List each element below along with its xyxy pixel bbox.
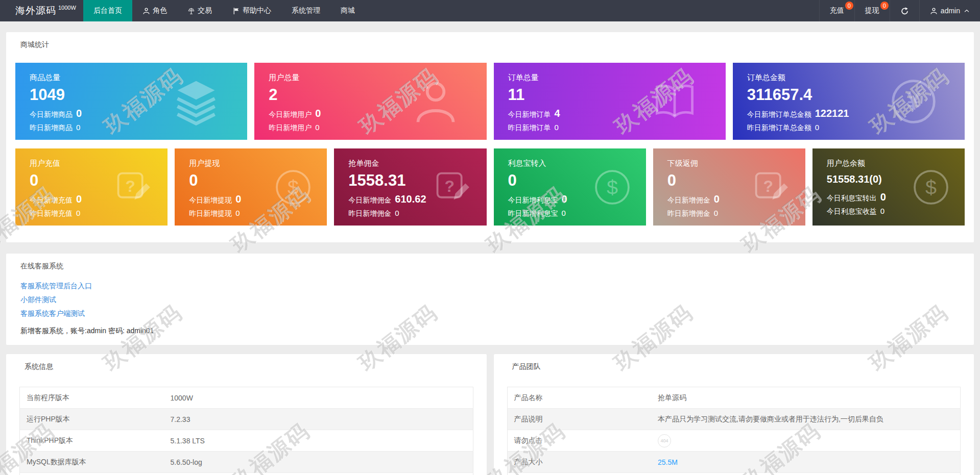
- table-row: 数据库mysql: [507, 473, 961, 475]
- row-label: 服务器操作系统: [20, 473, 164, 475]
- nav-item-mall[interactable]: 商城: [330, 0, 365, 21]
- bottom-panels: 系统信息 当前程序版本1000W 运行PHP版本7.2.33 ThinkPHP版…: [6, 354, 974, 475]
- stat-card-order-commission: 抢单佣金 1558.31 今日新增佣金610.62 昨日新增佣金0 ?: [334, 148, 486, 226]
- nav-item-label: 角色: [153, 6, 167, 15]
- navbar-right: 充值 0 提现 0 admin: [819, 0, 980, 21]
- recharge-button[interactable]: 充值 0: [819, 0, 854, 21]
- withdraw-label: 提现: [865, 6, 879, 15]
- user-icon: [411, 77, 460, 126]
- dollar-circle-icon: $: [593, 168, 632, 207]
- stat-card-products-total: 商品总量 1049 今日新增商品0 昨日新增商品0: [15, 63, 247, 140]
- system-info-table: 当前程序版本1000W 运行PHP版本7.2.33 ThinkPHP版本5.1.…: [19, 387, 473, 475]
- row-label: 运行PHP版本: [20, 409, 164, 430]
- stat-card-title: 利息宝转入: [508, 159, 646, 168]
- stat-card-orders-amount: 订单总金额 311657.4 今日新增订单总金额122121 昨日新增订单总金额…: [733, 63, 965, 140]
- service-admin-entry-link[interactable]: 客服系统管理后台入口: [20, 279, 92, 293]
- stats-row-1: 商品总量 1049 今日新增商品0 昨日新增商品0 用户总量 2 今日新增用户0…: [15, 63, 965, 140]
- table-row: 产品名称抢单源码: [507, 387, 961, 409]
- nav-item-trade[interactable]: 交易: [177, 0, 222, 21]
- stat-today-value: 0: [315, 108, 321, 119]
- dollar-circle-icon: $: [912, 168, 950, 207]
- stat-card-users-total: 用户总量 2 今日新增用户0 昨日新增用户0: [254, 63, 486, 140]
- row-value: 7.2.33: [164, 409, 473, 430]
- stat-today-value: 4: [555, 108, 560, 119]
- username: admin: [941, 7, 960, 15]
- stat-yesterday-label: 昨日新增提现: [189, 209, 232, 217]
- stat-yesterday-label: 昨日新增充值: [30, 209, 73, 217]
- stat-card-interest-transfer-in: 利息宝转入 0 今日新增利息宝0 昨日新增利息宝0 $: [494, 148, 646, 226]
- online-service-title: 在线客服系统: [20, 262, 960, 271]
- stat-yesterday-value: 0: [815, 123, 819, 132]
- widget-test-link[interactable]: 小部件测试: [20, 293, 56, 307]
- refresh-button[interactable]: [890, 0, 919, 21]
- table-row: ThinkPHP版本5.1.38 LTS: [20, 430, 473, 452]
- row-value: Linux: [164, 473, 473, 475]
- do-not-click-badge[interactable]: 404: [658, 434, 671, 447]
- stat-yesterday-value: 0: [315, 123, 319, 132]
- product-team-table: 产品名称抢单源码 产品说明本产品只为学习测试交流,请勿要做商业或者用于违法行为,…: [507, 387, 961, 475]
- withdraw-button[interactable]: 提现 0: [854, 0, 890, 21]
- product-size-link[interactable]: 25.5M: [658, 458, 678, 466]
- row-value: 5.1.38 LTS: [164, 430, 473, 452]
- app-logo-version: 1000W: [58, 5, 76, 11]
- stat-yesterday-label: 昨日新增佣金: [348, 209, 391, 217]
- table-row: 产品大小25.5M: [507, 452, 961, 473]
- stat-today-value: 0: [714, 193, 720, 205]
- table-row: 服务器操作系统Linux: [20, 473, 473, 475]
- stat-today-label: 今日新增佣金: [667, 196, 710, 204]
- top-navbar: 海外源码 1000W 后台首页 角色 交易 帮助中心 系统管理 商城 充值 0: [0, 0, 980, 21]
- stat-yesterday-value: 0: [714, 209, 718, 217]
- stat-card-title: 下级返佣: [667, 159, 805, 168]
- stat-yesterday-label: 昨日新增利息宝: [508, 209, 558, 217]
- stat-today-value: 0: [562, 193, 567, 205]
- stat-today-value: 610.62: [395, 193, 426, 205]
- mall-stats-panel: 商城统计 商品总量 1049 今日新增商品0 昨日新增商品0 用户总量 2 今日…: [6, 32, 974, 242]
- service-client-test-link[interactable]: 客服系统客户端测试: [20, 307, 85, 320]
- nav-item-roles[interactable]: 角色: [132, 0, 177, 21]
- stat-today-label: 今日新增充值: [30, 196, 73, 204]
- svg-text:$: $: [925, 176, 937, 198]
- svg-text:¥: ¥: [907, 88, 921, 115]
- stat-yesterday-label: 今日利息宝收益: [827, 207, 877, 215]
- svg-text:?: ?: [763, 177, 773, 195]
- stat-card-title: 用户总余额: [827, 159, 965, 168]
- book-icon: [650, 77, 699, 126]
- nav-item-label: 交易: [198, 6, 212, 15]
- user-menu[interactable]: admin: [919, 0, 980, 21]
- refresh-icon: [900, 7, 909, 15]
- svg-text:$: $: [288, 176, 299, 198]
- stat-today-label: 今日新增用户: [269, 110, 312, 118]
- service-account-note: 新增客服系统，账号:admin 密码: admin01: [20, 327, 960, 336]
- row-value: 本产品只为学习测试交流,请勿要做商业或者用于违法行为,一切后果自负: [651, 409, 961, 430]
- stat-today-label: 今日新增订单: [508, 110, 551, 118]
- product-team-panel: 产品团队 产品名称抢单源码 产品说明本产品只为学习测试交流,请勿要做商业或者用于…: [494, 354, 974, 475]
- row-label: 数据库: [507, 473, 651, 475]
- row-label: 当前程序版本: [20, 387, 164, 409]
- stat-today-label: 今日利息宝转出: [827, 194, 877, 202]
- scales-icon: [187, 7, 195, 15]
- stat-card-sub-rebate: 下级返佣 0 今日新增佣金0 昨日新增佣金0 ?: [653, 148, 805, 226]
- stat-card-orders-total: 订单总量 11 今日新增订单4 昨日新增订单0: [494, 63, 726, 140]
- stat-card-user-withdraw: 用户提现 0 今日新增提现0 昨日新增提现0 $: [175, 148, 327, 226]
- stat-yesterday-label: 昨日新增商品: [30, 123, 73, 132]
- stats-row-2: 用户充值 0 今日新增充值0 昨日新增充值0 ? 用户提现 0 今日新增提现0 …: [15, 148, 965, 226]
- nav-item-dashboard[interactable]: 后台首页: [83, 0, 132, 21]
- row-label: 产品名称: [507, 387, 651, 409]
- stat-card-user-recharge: 用户充值 0 今日新增充值0 昨日新增充值0 ?: [15, 148, 168, 226]
- edit-note-icon: ?: [114, 168, 153, 207]
- nav-item-system-admin[interactable]: 系统管理: [281, 0, 330, 21]
- main-menu: 后台首页 角色 交易 帮助中心 系统管理 商城: [83, 0, 365, 21]
- row-label: MySQL数据库版本: [20, 452, 164, 473]
- system-info-panel: 系统信息 当前程序版本1000W 运行PHP版本7.2.33 ThinkPHP版…: [6, 354, 487, 475]
- stat-card-title: 抢单佣金: [348, 159, 486, 168]
- page-content: 商城统计 商品总量 1049 今日新增商品0 昨日新增商品0 用户总量 2 今日…: [0, 21, 980, 475]
- chevron-up-icon: [964, 8, 970, 14]
- nav-item-help-center[interactable]: 帮助中心: [222, 0, 281, 21]
- row-label: 产品大小: [507, 452, 651, 473]
- stat-today-value: 0: [880, 191, 886, 203]
- row-label: 请勿点击: [507, 430, 651, 452]
- row-label: ThinkPHP版本: [20, 430, 164, 452]
- table-row: 产品说明本产品只为学习测试交流,请勿要做商业或者用于违法行为,一切后果自负: [507, 409, 961, 430]
- stat-today-value: 0: [76, 108, 82, 119]
- edit-note-icon: ?: [752, 168, 791, 207]
